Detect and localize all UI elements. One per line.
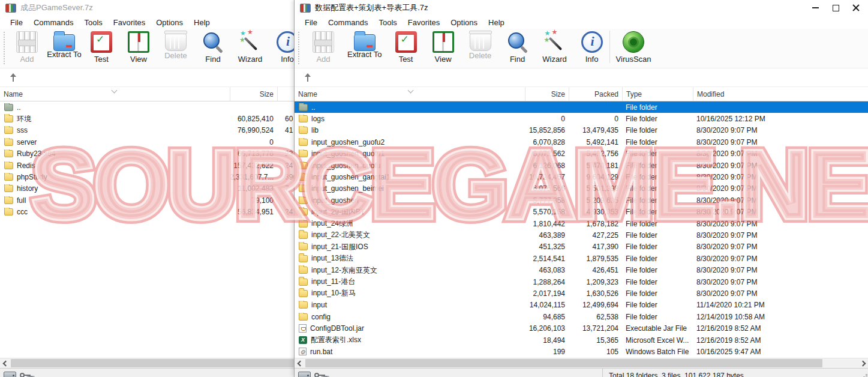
menu-item[interactable]: Commands: [323, 18, 373, 27]
menu-item[interactable]: Options: [151, 18, 188, 27]
file-row[interactable]: history 11,002,483 7: [0, 183, 296, 195]
file-row[interactable]: config 94,685 62,538 File folder 12/14/2…: [295, 311, 868, 322]
up-directory-icon[interactable]: [304, 73, 312, 82]
menu-item[interactable]: Tools: [79, 18, 107, 27]
file-row[interactable]: input 14,024,115 12,499,694 File folder …: [295, 300, 868, 311]
file-row[interactable]: server 0: [0, 136, 296, 148]
extract-button[interactable]: Extract To: [345, 31, 385, 59]
file-row[interactable]: input_12-东南亚英文 463,083 426,451 File fold…: [295, 264, 868, 276]
menu-item[interactable]: File: [5, 18, 28, 27]
toolbar-icon: [128, 31, 149, 53]
column-header-type[interactable]: Type: [622, 87, 693, 101]
file-row[interactable]: input_21-国服IOS 451,325 417,390 File fold…: [295, 241, 868, 253]
test-button[interactable]: Test: [86, 31, 117, 64]
file-row[interactable]: input_11-港台 1,288,264 1,209,323 File fol…: [295, 276, 868, 288]
file-packed: 5,501,398: [569, 184, 622, 193]
file-row[interactable]: lib 15,852,856 13,479,435 File folder 8/…: [295, 125, 868, 136]
scroll-left-icon[interactable]: [0, 358, 10, 368]
file-row[interactable]: input_29-国内BT 5,570,158 4,930,353 File f…: [295, 207, 868, 218]
toolbar-icon: [202, 31, 224, 53]
view-button[interactable]: View: [428, 31, 459, 64]
file-type: File folder: [622, 138, 693, 146]
file-row[interactable]: input_guoshen_guofu1 6,072,562 5,492,756…: [295, 148, 868, 160]
file-row[interactable]: ccc 56,834,951 24: [0, 207, 296, 218]
find-button[interactable]: Find: [502, 31, 533, 64]
menu-item[interactable]: Favorites: [108, 18, 151, 27]
drive-icon[interactable]: [4, 372, 16, 377]
key-icon[interactable]: [20, 372, 32, 377]
add-button[interactable]: Add: [308, 31, 339, 64]
file-row[interactable]: logs 0 0 File folder 10/16/2025 12:12 PM: [295, 113, 868, 124]
column-header-packed[interactable]: Packed: [569, 87, 622, 101]
file-row[interactable]: sss 76,990,524 41: [0, 125, 296, 136]
drive-icon[interactable]: [298, 372, 311, 377]
file-size: 18,494: [525, 336, 569, 345]
menu-item[interactable]: Help: [483, 18, 510, 27]
column-header-size[interactable]: Size: [525, 87, 569, 101]
menu-item[interactable]: Options: [445, 18, 483, 27]
info-button[interactable]: Info: [576, 31, 608, 64]
info-button[interactable]: Info: [272, 31, 296, 64]
file-name: input_21-国服IOS: [311, 242, 368, 252]
file-packed: 5,492,756: [569, 149, 622, 158]
add-button[interactable]: Add: [11, 31, 43, 64]
scroll-right-icon[interactable]: [858, 358, 868, 368]
close-button[interactable]: [846, 1, 866, 15]
file-row[interactable]: input_guoshen_guofu 6,126,068 5,470,181 …: [295, 160, 868, 171]
file-name: ConfigDBTool.jar: [310, 324, 364, 333]
file-row[interactable]: input_22-北美英文 463,389 427,225 File folde…: [295, 229, 868, 241]
delete-button[interactable]: Delete: [465, 31, 496, 61]
file-row[interactable]: ConfigDBTool.jar 16,206,103 13,721,204 E…: [295, 322, 868, 334]
toolbar-icon: [239, 31, 261, 53]
winrar-app-icon: [5, 4, 16, 13]
file-row[interactable]: input_guoshen_guofu2 6,070,828 5,492,141…: [295, 136, 868, 148]
menu-item[interactable]: Help: [188, 18, 215, 27]
file-row[interactable]: input_guoshen_gangtai1 10,724,457 9,604,…: [295, 171, 868, 182]
view-button[interactable]: View: [123, 31, 154, 64]
file-modified: 10/16/2025 9:47 AM: [693, 348, 868, 356]
column-header-size[interactable]: Size: [230, 87, 277, 101]
scroll-left-icon[interactable]: [295, 358, 305, 368]
wizard-button[interactable]: Wizard: [539, 31, 570, 64]
file-size: 199: [525, 348, 569, 356]
maximize-button[interactable]: [825, 1, 846, 15]
file-name: input_guoshen_guofu: [311, 161, 380, 170]
toolbar-gripper-icon: [298, 32, 301, 64]
file-row[interactable]: run.bat 199 105 Windows Batch File 10/16…: [295, 346, 868, 357]
menu-item[interactable]: Tools: [373, 18, 402, 27]
key-icon[interactable]: [314, 372, 326, 377]
file-row[interactable]: .. File folder: [295, 101, 868, 113]
file-row[interactable]: input_24绿洲 1,810,442 1,678,182 File fold…: [295, 218, 868, 229]
up-directory-icon[interactable]: [9, 73, 17, 82]
resize-grip-icon[interactable]: [866, 374, 867, 376]
file-row[interactable]: full 79,100: [0, 195, 296, 206]
extract-button[interactable]: Extract To: [49, 31, 80, 59]
file-row[interactable]: input_guoshen_beimei 6,075,566 5,501,398…: [295, 183, 868, 195]
file-modified: 8/30/2020 9:07 PM: [693, 266, 868, 274]
toolbar: Add Extract To Test View: [0, 29, 296, 68]
scrollbar-thumb[interactable]: [305, 359, 822, 367]
virus-button[interactable]: VirusScan: [614, 31, 654, 64]
file-row[interactable]: Redis 157,432,622 24: [0, 160, 296, 171]
file-type-icon: [299, 243, 308, 250]
find-button[interactable]: Find: [197, 31, 229, 64]
file-name: input_12-东南亚英文: [311, 265, 377, 276]
file-row[interactable]: input_guoshen 5,777,858 5,209,635 File f…: [295, 195, 868, 206]
file-row[interactable]: 配置表索引.xlsx 18,494 15,365 Microsoft Excel…: [295, 334, 868, 346]
test-button[interactable]: Test: [391, 31, 422, 64]
wizard-button[interactable]: Wizard: [235, 31, 266, 64]
scrollbar-thumb[interactable]: [11, 359, 296, 367]
file-type-icon: [299, 301, 308, 309]
file-row[interactable]: ..: [0, 101, 296, 113]
column-header-modified[interactable]: Modified: [693, 87, 868, 101]
menu-item[interactable]: Commands: [28, 18, 79, 27]
file-row[interactable]: input_13德法 2,514,541 1,879,535 File fold…: [295, 253, 868, 264]
file-row[interactable]: 环境 60,825,410 60: [0, 113, 296, 124]
menu-item[interactable]: File: [299, 18, 323, 27]
menu-item[interactable]: Favorites: [403, 18, 445, 27]
file-row[interactable]: Ruby23-x64 66,713,776 23: [0, 148, 296, 160]
file-row[interactable]: input_10-新马 2,017,194 1,630,526 File fol…: [295, 288, 868, 299]
delete-button[interactable]: Delete: [160, 31, 191, 61]
file-row[interactable]: phpStudy 2,331,607,7... 396: [0, 171, 296, 182]
minimize-button[interactable]: [805, 1, 825, 15]
